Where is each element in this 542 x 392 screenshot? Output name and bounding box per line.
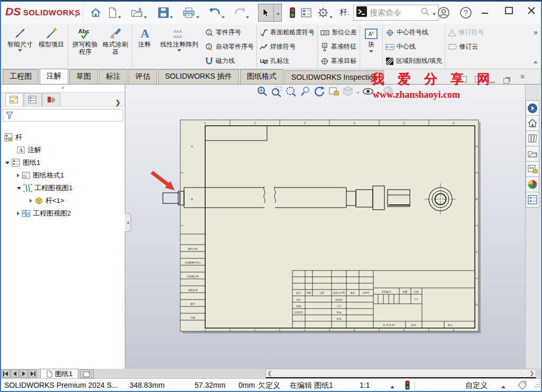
search-command-box[interactable]: 搜索命令	[353, 5, 439, 21]
status-units[interactable]: 自定义	[465, 381, 488, 390]
ribbon-collapse-icon[interactable]	[534, 56, 538, 66]
tree-collapsed-icon[interactable]	[30, 199, 32, 203]
block-button[interactable]: A° 块	[362, 25, 381, 69]
first-sheet-button[interactable]	[2, 369, 10, 378]
drawing-sheet-canvas[interactable]: 123456 123456 A B A B C D 零件代号 借(通)用件登记	[125, 85, 525, 369]
revision-cloud-button[interactable]: 修订云	[448, 41, 484, 53]
save-icon[interactable]	[157, 6, 170, 20]
maximize-icon[interactable]	[501, 6, 517, 18]
add-sheet-button[interactable]	[80, 369, 94, 378]
scroll-right-icon[interactable]: ❯	[528, 370, 536, 376]
select-tool-button[interactable]	[258, 4, 282, 22]
linear-note-pattern-button[interactable]: AAAAAA 线性注释阵列	[155, 25, 204, 69]
close-icon[interactable]	[523, 6, 539, 18]
tree-collapsed-icon[interactable]	[17, 173, 20, 178]
status-sheet-scale[interactable]: 1:1	[360, 381, 370, 389]
centerline-button[interactable]: 中心线	[385, 41, 442, 53]
last-sheet-button[interactable]	[29, 369, 37, 378]
open-caret-icon[interactable]	[144, 11, 147, 21]
tab-addins[interactable]: SOLIDWORKS 插件	[158, 69, 239, 84]
geometric-tolerance-button[interactable]: 形位公差	[320, 26, 357, 39]
panel-collapse-handle[interactable]: ◂	[125, 213, 131, 232]
traffic-light-icon[interactable]	[286, 6, 299, 20]
tab-evaluate[interactable]: 评估	[128, 69, 157, 84]
resources-globe-icon[interactable]	[526, 100, 539, 116]
tab-drawing[interactable]: 工程图	[3, 69, 39, 84]
view-palette-icon[interactable]	[526, 162, 539, 177]
tree-item-annotations[interactable]: A 注解	[1, 144, 125, 156]
print-caret-icon[interactable]	[196, 11, 199, 21]
panel-splitter[interactable]: ●	[1, 85, 125, 92]
tree-item-sheet-format1[interactable]: 图纸格式1	[1, 169, 125, 182]
spell-checker-button[interactable]: Abc 拼写检验程序	[70, 25, 100, 69]
ribbon-overflow-icon[interactable]: »	[534, 28, 538, 36]
tab-inspection[interactable]: SOLIDWORKS Inspection	[284, 70, 384, 84]
custom-properties-icon[interactable]	[526, 192, 539, 208]
auto-balloon-button[interactable]: 1 自动零件序号	[205, 41, 254, 53]
magnetic-line-button[interactable]: 磁力线	[205, 55, 254, 68]
scroll-left-icon[interactable]: ❮	[266, 370, 273, 376]
weld-symbol-button[interactable]: 焊接符号	[260, 41, 315, 53]
model-items-button[interactable]: 模型项目	[36, 25, 66, 69]
datum-target-button[interactable]: 基准目标	[320, 55, 357, 68]
tree-filter-box[interactable]	[3, 109, 123, 122]
print-icon[interactable]	[182, 6, 196, 20]
balloon-button[interactable]: 1 零件序号	[205, 26, 254, 39]
hole-callout-button[interactable]: 孔标注	[260, 55, 315, 68]
tree-item-view1[interactable]: 工程图视图1	[1, 182, 125, 194]
minimize-icon[interactable]	[477, 6, 493, 18]
note-button[interactable]: A 注释	[134, 25, 155, 69]
undo-icon[interactable]	[208, 6, 222, 20]
appearances-icon[interactable]	[526, 177, 539, 192]
gear-caret-icon[interactable]	[329, 11, 333, 21]
design-library-icon[interactable]	[526, 131, 539, 146]
tree-expanded-icon[interactable]	[17, 187, 21, 190]
tree-item-sheet1[interactable]: 图纸1	[1, 156, 125, 169]
home-icon[interactable]	[89, 6, 103, 20]
tag-icon[interactable]	[517, 380, 528, 391]
center-mark-button[interactable]: 中心符号线	[385, 26, 442, 39]
gear-icon[interactable]	[316, 6, 330, 20]
tree-item-root[interactable]: 杆	[1, 131, 125, 144]
tab-annotation[interactable]: 注解	[40, 69, 68, 84]
tab-dimension[interactable]: 标注	[99, 69, 127, 84]
account-icon[interactable]	[437, 6, 451, 20]
tab-sketch[interactable]: 草图	[69, 69, 98, 84]
tree-item-view2[interactable]: 工程图视图2	[1, 207, 125, 220]
graphics-area[interactable]: 123456 123456 A B A B C D 零件代号 借(通)用件登记	[125, 85, 525, 369]
help-icon[interactable]: ?	[459, 6, 473, 20]
status-traffic-light-icon[interactable]	[405, 380, 410, 391]
undo-caret-icon[interactable]	[222, 11, 225, 21]
new-file-caret-icon[interactable]	[118, 11, 121, 21]
tree-expanded-icon[interactable]	[5, 162, 10, 164]
tab-sheet-format[interactable]: 图纸格式	[240, 69, 283, 84]
select-caret-icon[interactable]	[275, 8, 281, 17]
panel-expand-icon[interactable]: ❯	[115, 99, 121, 106]
feature-tree-tab[interactable]	[5, 93, 23, 106]
save-caret-icon[interactable]	[170, 11, 173, 21]
open-icon[interactable]	[130, 6, 144, 20]
file-explorer-icon[interactable]	[526, 146, 539, 162]
tree-item-part[interactable]: 杆<1>	[1, 194, 125, 207]
property-manager-tab[interactable]	[24, 93, 42, 106]
smart-dimension-button[interactable]: 智能尺寸	[4, 25, 36, 69]
next-sheet-button[interactable]	[20, 369, 28, 378]
sheet-tab-active[interactable]: 图纸1	[40, 369, 78, 378]
menu-expand-icon[interactable]	[75, 10, 78, 20]
prev-sheet-button[interactable]	[11, 369, 19, 378]
redo-caret-icon[interactable]	[246, 11, 249, 21]
child-close-icon[interactable]: ×	[520, 72, 525, 81]
magnifier-icon[interactable]	[420, 7, 430, 18]
redo-icon[interactable]	[233, 6, 246, 20]
surface-finish-button[interactable]: 表面粗糙度符号	[260, 26, 315, 39]
area-hatch-button[interactable]: 区域剖面线/填充	[385, 55, 442, 68]
display-pane-icon[interactable]	[299, 6, 313, 20]
search-caret-icon[interactable]	[433, 8, 436, 17]
home-icon[interactable]	[526, 116, 539, 131]
horizontal-scrollbar[interactable]: ❮ ❯	[265, 369, 536, 379]
datum-feature-button[interactable]: A 基准特征	[320, 41, 357, 53]
configuration-tab[interactable]	[42, 93, 60, 106]
format-painter-button[interactable]: A 格式涂刷器	[100, 25, 130, 69]
tree-collapsed-icon[interactable]	[17, 211, 20, 216]
resize-grip[interactable]	[534, 381, 540, 387]
